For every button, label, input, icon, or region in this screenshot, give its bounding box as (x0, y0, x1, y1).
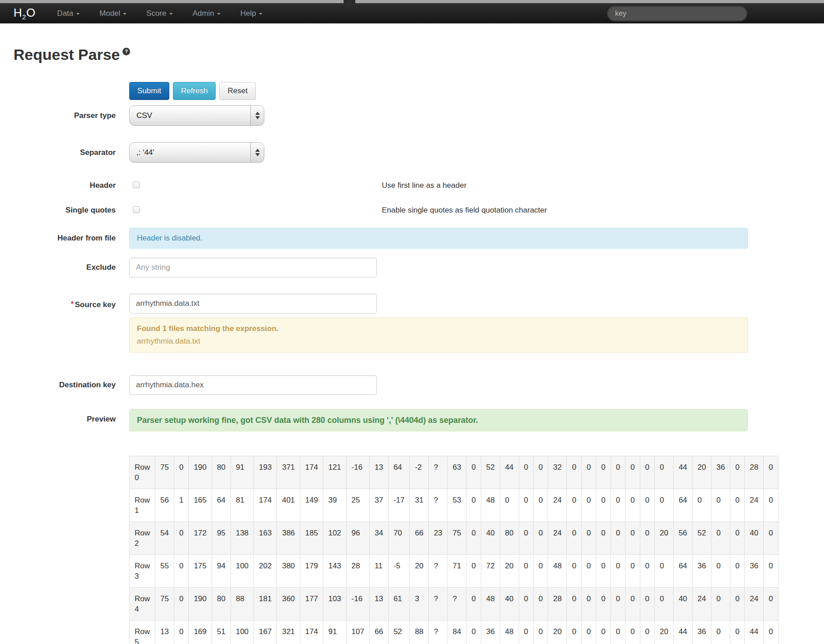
data-cell: 0 (655, 555, 674, 588)
data-cell: -16 (346, 456, 369, 489)
data-cell: 0 (640, 588, 654, 621)
table-row: Row 07501908091193371174121-161364-2?630… (130, 456, 779, 489)
data-cell: 0 (625, 456, 640, 489)
reset-button[interactable]: Reset (219, 82, 255, 100)
destination-key-input[interactable] (129, 375, 377, 395)
separator-select[interactable]: ,: '44' (129, 142, 264, 163)
caret-down-icon (169, 13, 173, 15)
h2o-logo[interactable]: H2O (14, 6, 36, 21)
data-cell: 1 (174, 489, 188, 522)
data-cell: 24 (745, 588, 764, 621)
nav-item-model[interactable]: Model (90, 9, 136, 18)
table-row: Row 47501908088181360177103-1613613??048… (130, 588, 779, 621)
data-cell: 31 (410, 489, 429, 522)
exclude-row: Exclude (14, 258, 824, 277)
source-key-input[interactable] (129, 294, 377, 313)
data-cell: 75 (155, 588, 174, 621)
data-cell: 40 (674, 588, 693, 621)
data-cell: 107 (346, 621, 369, 644)
data-cell: ? (429, 555, 448, 588)
row-label-cell: Row 2 (130, 522, 155, 555)
data-cell: 36 (693, 555, 711, 588)
files-found-filename: arrhythmia.data.txt (137, 336, 740, 346)
data-cell: 0 (519, 555, 533, 588)
nav-item-data[interactable]: Data (47, 9, 90, 18)
help-icon[interactable]: ? (122, 48, 130, 55)
data-cell: 0 (567, 522, 581, 555)
data-cell: 0 (711, 555, 730, 588)
data-cell: 0 (174, 555, 188, 588)
data-cell: 23 (429, 522, 448, 555)
single-quotes-checkbox[interactable] (133, 206, 140, 213)
row-label-cell: Row 0 (130, 456, 155, 489)
parser-type-select[interactable]: CSV (129, 105, 264, 126)
data-cell: 138 (231, 522, 254, 555)
nav-list-item: Model (90, 9, 136, 18)
data-cell: 103 (323, 588, 346, 621)
exclude-input[interactable] (129, 258, 377, 277)
data-cell: 20 (410, 555, 429, 588)
data-cell: 80 (212, 588, 231, 621)
data-cell: 0 (534, 621, 548, 644)
data-cell: 24 (693, 588, 711, 621)
data-cell: 165 (189, 489, 212, 522)
key-search-input[interactable] (607, 5, 747, 21)
data-cell: 360 (277, 588, 300, 621)
data-cell: 190 (189, 588, 212, 621)
data-cell: 100 (231, 621, 254, 644)
navbar-menu: DataModelScoreAdminHelp (47, 9, 272, 18)
data-cell: 51 (212, 621, 231, 644)
data-cell: 0 (534, 456, 548, 489)
data-cell: 0 (764, 621, 778, 644)
data-cell: 44 (674, 621, 693, 644)
data-cell: 3 (410, 588, 429, 621)
data-cell: 52 (388, 621, 410, 644)
nav-list-item: Admin (183, 9, 231, 18)
data-cell: 48 (481, 588, 500, 621)
data-cell: 84 (448, 621, 466, 644)
data-cell: ? (429, 489, 448, 522)
data-cell: 0 (466, 555, 481, 588)
data-cell: 0 (596, 522, 611, 555)
data-cell: 91 (323, 621, 346, 644)
source-key-label-text: Source key (75, 300, 116, 309)
data-cell: 0 (174, 621, 188, 644)
data-cell: ? (448, 588, 466, 621)
data-cell: 174 (300, 456, 323, 489)
nav-item-help[interactable]: Help (231, 9, 272, 18)
data-cell: 0 (655, 588, 674, 621)
data-cell: 40 (745, 522, 764, 555)
data-cell: 0 (625, 621, 640, 644)
nav-item-admin[interactable]: Admin (183, 9, 231, 18)
data-cell: 40 (500, 588, 519, 621)
submit-button[interactable]: Submit (129, 82, 169, 100)
nav-item-score[interactable]: Score (136, 9, 182, 18)
data-cell: 0 (730, 456, 744, 489)
header-checkbox[interactable] (133, 181, 140, 188)
required-asterisk: * (71, 300, 73, 307)
data-cell: 72 (481, 555, 500, 588)
refresh-button[interactable]: Refresh (173, 82, 216, 100)
data-cell: 24 (548, 522, 567, 555)
destination-key-row: Destination key (14, 375, 824, 395)
data-cell: 28 (548, 588, 567, 621)
data-cell: 0 (534, 522, 548, 555)
data-cell: 169 (189, 621, 212, 644)
data-cell: 0 (581, 522, 596, 555)
data-cell: 0 (611, 555, 625, 588)
data-cell: 91 (231, 456, 254, 489)
data-cell: 0 (596, 456, 611, 489)
separator-row: Separator ,: '44' (14, 142, 824, 163)
source-key-result-row: Found 1 files matching the expression. a… (14, 317, 824, 353)
single-quotes-help-text: Enable single quotes as field quotation … (382, 205, 547, 215)
data-cell: 0 (655, 489, 674, 522)
data-cell: 0 (611, 489, 625, 522)
data-cell: 36 (693, 621, 711, 644)
data-cell: 44 (674, 456, 693, 489)
data-cell: 52 (481, 456, 500, 489)
data-cell: 0 (174, 522, 188, 555)
data-cell: 0 (519, 456, 533, 489)
data-cell: 0 (567, 555, 581, 588)
data-cell: 0 (730, 555, 744, 588)
exclude-label: Exclude (14, 258, 116, 272)
